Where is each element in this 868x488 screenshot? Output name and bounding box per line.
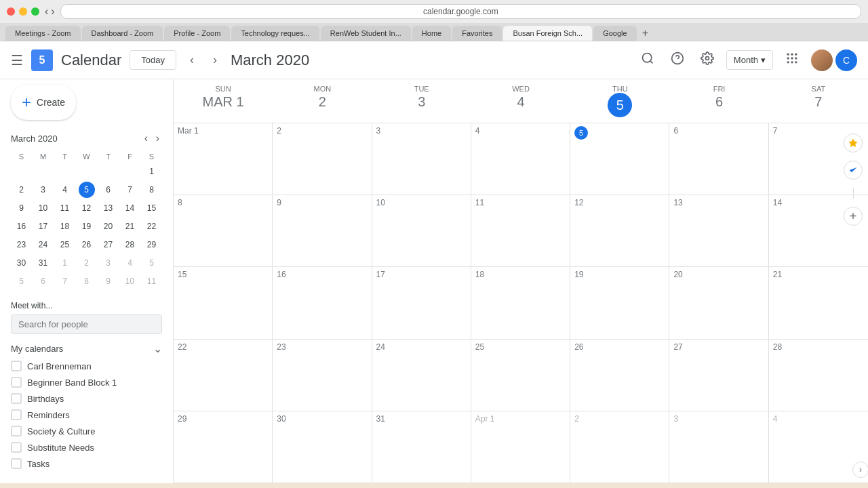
view-mode-selector[interactable]: Month ▾ — [726, 50, 773, 70]
mini-cal-day[interactable]: 6 — [100, 182, 117, 198]
calendar-checkbox[interactable] — [11, 458, 22, 469]
cal-cell[interactable]: 16 — [273, 267, 372, 338]
mini-cal-day[interactable]: 1 — [57, 255, 73, 271]
cal-cell[interactable]: 31 — [372, 411, 471, 483]
maximize-button[interactable] — [31, 7, 39, 16]
cal-cell[interactable]: 15 — [174, 267, 273, 338]
cal-cell[interactable]: 12 — [570, 195, 669, 266]
calendar-checkbox[interactable] — [11, 442, 22, 453]
mini-cal-day[interactable] — [14, 163, 30, 180]
add-icon-button[interactable]: + — [844, 207, 863, 226]
mini-cal-day[interactable]: 31 — [35, 255, 52, 271]
calendar-item[interactable]: Carl Brenneman — [11, 358, 162, 374]
cal-cell[interactable]: 21 — [769, 267, 868, 338]
mini-cal-day[interactable]: 30 — [14, 255, 30, 271]
cal-cell[interactable]: 10 — [372, 195, 471, 266]
mini-cal-day[interactable]: 19 — [79, 218, 95, 235]
cal-cell[interactable]: 4 — [471, 123, 570, 195]
mini-cal-day[interactable]: 3 — [35, 182, 52, 198]
mini-cal-day[interactable]: 4 — [122, 255, 138, 271]
cal-cell[interactable]: 30 — [273, 411, 372, 483]
cal-cell[interactable]: 5 — [570, 123, 669, 195]
mini-cal-day[interactable]: 29 — [144, 237, 160, 253]
mini-cal-day[interactable]: 7 — [57, 273, 73, 289]
search-button[interactable] — [637, 47, 658, 73]
user-photo[interactable] — [811, 49, 833, 71]
notification-button[interactable] — [844, 134, 863, 152]
cal-cell[interactable]: 22 — [174, 340, 273, 411]
mini-cal-day[interactable]: 28 — [122, 237, 138, 253]
mini-cal-day[interactable]: 8 — [144, 182, 160, 198]
cal-cell[interactable]: 25 — [471, 340, 570, 411]
cal-cell[interactable]: 3 — [372, 123, 471, 195]
cal-cell[interactable]: Mar 1 — [174, 123, 273, 195]
calendar-item[interactable]: Society & Culture — [11, 423, 162, 439]
mini-cal-day[interactable]: 7 — [122, 182, 138, 198]
help-button[interactable] — [667, 47, 688, 73]
mini-cal-day[interactable] — [79, 163, 95, 180]
mini-cal-day[interactable]: 17 — [35, 218, 52, 235]
cal-cell[interactable]: 26 — [570, 340, 669, 411]
cal-cell[interactable]: 19 — [570, 267, 669, 338]
cal-cell[interactable]: Apr 1 — [471, 411, 570, 483]
mini-cal-day[interactable]: 5 — [79, 182, 95, 198]
mini-cal-day[interactable] — [100, 163, 117, 180]
mini-cal-day[interactable]: 14 — [122, 200, 138, 216]
col-date[interactable]: Mar 1 — [176, 94, 270, 110]
col-date[interactable]: 4 — [474, 94, 568, 110]
mini-cal-day[interactable]: 2 — [79, 255, 95, 271]
col-date[interactable]: 3 — [375, 94, 469, 110]
mini-cal-day[interactable]: 11 — [144, 273, 160, 289]
tab-dashboard-zoom[interactable]: Dashboard - Zoom — [82, 26, 163, 41]
cal-cell[interactable]: 20 — [669, 267, 768, 338]
minimize-button[interactable] — [19, 7, 27, 16]
mini-cal-day[interactable]: 11 — [57, 200, 73, 216]
cal-cell[interactable]: 28 — [769, 340, 868, 411]
calendar-item[interactable]: Reminders — [11, 407, 162, 423]
mini-cal-day[interactable]: 1 — [144, 163, 160, 180]
cal-cell[interactable]: 6 — [669, 123, 768, 195]
calendar-checkbox[interactable] — [11, 377, 22, 388]
tab-home[interactable]: Home — [412, 26, 451, 41]
mini-cal-day[interactable] — [57, 163, 73, 180]
col-date[interactable]: 2 — [275, 94, 369, 110]
next-month-button[interactable]: › — [208, 50, 222, 70]
mini-cal-day[interactable]: 4 — [57, 182, 73, 198]
search-people-input[interactable] — [11, 314, 162, 334]
tasks-button[interactable] — [844, 161, 863, 180]
close-button[interactable] — [7, 7, 15, 16]
tab-profile-zoom[interactable]: Profile - Zoom — [164, 26, 230, 41]
mini-cal-day[interactable]: 6 — [35, 273, 52, 289]
col-date[interactable]: 5 — [608, 93, 632, 117]
mini-cal-day[interactable]: 12 — [79, 200, 95, 216]
cal-cell[interactable]: 2 — [273, 123, 372, 195]
mini-cal-day[interactable]: 13 — [100, 200, 117, 216]
tab-renweb[interactable]: RenWeb Student In... — [321, 26, 411, 41]
cal-cell[interactable]: 8 — [174, 195, 273, 266]
mini-cal-prev-button[interactable]: ‹ — [142, 131, 151, 146]
mini-cal-day[interactable]: 15 — [144, 200, 160, 216]
tab-technology-requests[interactable]: Technology reques... — [231, 26, 319, 41]
mini-cal-day[interactable]: 10 — [35, 200, 52, 216]
mini-cal-day[interactable]: 16 — [14, 218, 30, 235]
settings-button[interactable] — [696, 47, 718, 73]
mini-cal-day[interactable]: 23 — [14, 237, 30, 253]
mini-cal-next-button[interactable]: › — [153, 131, 162, 146]
mini-cal-day[interactable]: 25 — [57, 237, 73, 253]
tab-google[interactable]: Google — [593, 26, 636, 41]
mini-cal-day[interactable]: 10 — [122, 273, 138, 289]
col-date[interactable]: 7 — [772, 94, 865, 110]
cal-cell[interactable]: 18 — [471, 267, 570, 338]
mini-cal-day[interactable]: 18 — [57, 218, 73, 235]
calendar-checkbox[interactable] — [11, 393, 22, 404]
mini-cal-day[interactable] — [35, 163, 52, 180]
mini-cal-day[interactable]: 26 — [79, 237, 95, 253]
mini-cal-day[interactable]: 2 — [14, 182, 30, 198]
cal-cell[interactable]: 23 — [273, 340, 372, 411]
tab-favorites[interactable]: Favorites — [452, 26, 502, 41]
tab-meetings-zoom[interactable]: Meetings - Zoom — [5, 26, 81, 41]
apps-button[interactable] — [781, 47, 803, 73]
user-avatar[interactable]: C — [835, 49, 857, 71]
mini-cal-day[interactable]: 3 — [100, 255, 117, 271]
mini-cal-day[interactable]: 8 — [79, 273, 95, 289]
